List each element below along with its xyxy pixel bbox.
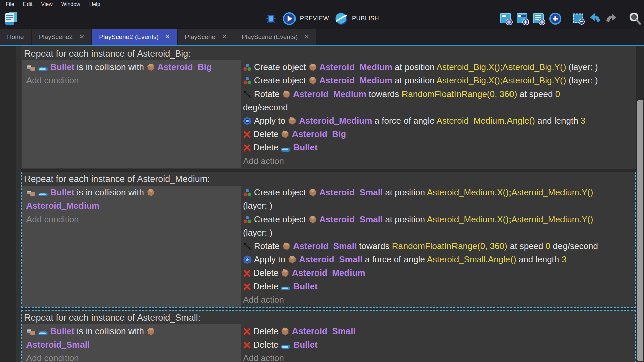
event-block-1[interactable]: Repeat for each instance of Asteroid_Big… — [21, 46, 636, 169]
add-circle-icon[interactable] — [549, 12, 562, 25]
object-name: Bullet — [50, 326, 74, 336]
asteroid-icon — [282, 242, 291, 251]
tab-playscene-events[interactable]: PlayScene (Events)✕ — [234, 29, 316, 45]
scrollbar-thumb[interactable] — [637, 100, 643, 361]
text-segment: is in collision with — [74, 326, 146, 336]
action-row[interactable]: Create object Asteroid_Small at position… — [243, 213, 633, 239]
action-row[interactable]: Delete Asteroid_Big — [243, 127, 633, 141]
preview-button[interactable]: PREVIEW — [282, 12, 329, 26]
text-segment: (layer: ) — [566, 75, 598, 85]
expression: Asteroid_Small.Angle() — [427, 254, 516, 264]
actions-column: Create object Asteroid_Medium at positio… — [241, 60, 635, 168]
tab-home[interactable]: Home — [0, 29, 31, 45]
action-row[interactable]: Delete Asteroid_Small — [243, 324, 633, 338]
object-name: Bullet — [293, 142, 317, 153]
expression: Asteroid_Medium.Angle() — [437, 116, 535, 126]
event-header[interactable]: Repeat for each instance of Asteroid_Sma… — [22, 311, 635, 324]
text-segment: Delete — [253, 129, 281, 139]
text-segment: at position — [392, 75, 437, 85]
text-segment: is in collision with — [74, 62, 146, 72]
close-tab-icon[interactable]: ✕ — [165, 33, 170, 40]
vertical-scrollbar[interactable] — [637, 46, 644, 362]
action-row[interactable]: Delete Asteroid_Medium — [243, 266, 633, 280]
condition-row[interactable]: Bullet is in collision with Asteroid_Sma… — [26, 324, 238, 351]
events-gutter — [16, 46, 21, 362]
conditions-column: Bullet is in collision with Asteroid_Sma… — [22, 324, 241, 362]
bullet-object-icon — [38, 67, 48, 72]
redo-icon[interactable] — [605, 12, 618, 25]
menu-help[interactable]: Help — [85, 0, 105, 8]
text-segment: towards — [366, 89, 402, 99]
bullet-object-icon — [281, 344, 291, 349]
add-condition-button[interactable]: Add condition — [26, 74, 238, 87]
action-row[interactable]: Create object Asteroid_Medium at positio… — [243, 74, 633, 87]
tab-playscene2[interactable]: PlayScene2✕ — [32, 29, 92, 45]
add-action-button[interactable]: Add action — [243, 293, 633, 306]
action-row[interactable]: Delete Bullet — [243, 338, 633, 351]
create-icon — [243, 188, 252, 197]
asteroid-icon — [288, 255, 297, 264]
tab-playscene[interactable]: PlayScene✕ — [178, 29, 234, 45]
menu-view[interactable]: View — [37, 0, 57, 8]
text-segment: Rotate — [254, 89, 282, 99]
action-row[interactable]: Rotate Asteroid_Medium towards RandomFlo… — [243, 87, 633, 114]
project-manager-icon[interactable] — [5, 11, 18, 26]
action-row[interactable]: Rotate Asteroid_Small towards RandomFloa… — [243, 239, 633, 253]
deselect-icon[interactable] — [572, 12, 585, 25]
action-row[interactable]: Create object Asteroid_Small at position… — [243, 186, 633, 213]
undo-icon[interactable] — [588, 12, 602, 25]
object-name: Asteroid_Big — [292, 129, 346, 139]
new-external-layout-icon[interactable] — [516, 12, 529, 25]
event-header[interactable]: Repeat for each instance of Asteroid_Med… — [22, 172, 635, 186]
menu-file[interactable]: File — [1, 0, 19, 8]
text-segment: Delete — [253, 142, 281, 153]
close-tab-icon[interactable]: ✕ — [222, 33, 227, 40]
search-icon[interactable] — [628, 12, 642, 26]
object-name: Asteroid_Medium — [293, 89, 366, 99]
action-row[interactable]: Apply to Asteroid_Medium a force of angl… — [243, 114, 633, 127]
close-tab-icon[interactable]: ✕ — [79, 33, 84, 40]
action-row[interactable]: Delete Bullet — [243, 141, 633, 154]
rotate-icon — [243, 242, 252, 251]
add-condition-button[interactable]: Add condition — [26, 351, 238, 362]
new-external-events-icon[interactable] — [532, 12, 546, 25]
action-row[interactable]: Delete Bullet — [243, 280, 633, 293]
create-icon — [243, 215, 252, 224]
menu-bar: FileEditViewWindowHelp — [0, 0, 644, 8]
expression: Asteroid_Medium.X();Asteroid_Medium.Y() — [427, 214, 593, 224]
publish-button[interactable]: PUBLISH — [334, 12, 379, 26]
text-segment: deg/second — [243, 102, 288, 112]
add-condition-button[interactable]: Add condition — [26, 213, 238, 226]
event-block-2[interactable]: Repeat for each instance of Asteroid_Med… — [21, 172, 636, 308]
text-segment: (layer: ) — [243, 201, 272, 211]
condition-row[interactable]: Bullet is in collision with Asteroid_Med… — [26, 186, 238, 213]
text-segment: Apply to — [254, 254, 288, 264]
text-segment: a force of angle — [372, 116, 436, 126]
debug-icon[interactable] — [265, 12, 277, 25]
add-action-button[interactable]: Add action — [243, 154, 633, 168]
collision-icon — [26, 64, 36, 72]
tab-playscene2-events[interactable]: PlayScene2 (Events)✕ — [92, 29, 177, 45]
add-action-button[interactable]: Add action — [243, 351, 633, 362]
condition-row[interactable]: Bullet is in collision with Asteroid_Big — [26, 60, 238, 74]
delete-icon — [243, 131, 251, 139]
text-segment: Create object — [254, 75, 308, 85]
new-scene-icon[interactable] — [499, 12, 513, 25]
text-segment: Delete — [253, 340, 281, 350]
menu-edit[interactable]: Edit — [19, 0, 37, 8]
text-segment: Create object — [254, 214, 308, 224]
menu-window[interactable]: Window — [57, 0, 85, 8]
event-header[interactable]: Repeat for each instance of Asteroid_Big… — [22, 47, 635, 60]
action-row[interactable]: Create object Asteroid_Medium at positio… — [243, 60, 633, 74]
expression: Asteroid_Big.X();Asteroid_Big.Y() — [437, 75, 566, 85]
action-row[interactable]: Apply to Asteroid_Small a force of angle… — [243, 253, 633, 266]
preview-label: PREVIEW — [300, 15, 329, 22]
text-segment: at position — [383, 214, 427, 224]
event-block-3[interactable]: Repeat for each instance of Asteroid_Sma… — [21, 310, 636, 362]
close-tab-icon[interactable]: ✕ — [304, 33, 309, 40]
actions-column: Create object Asteroid_Small at position… — [241, 186, 635, 307]
tab-bar: HomePlayScene2✕PlayScene2 (Events)✕PlayS… — [0, 29, 644, 46]
text-segment: at position — [392, 62, 437, 72]
publish-label: PUBLISH — [352, 15, 379, 22]
asteroid-icon — [281, 269, 289, 278]
